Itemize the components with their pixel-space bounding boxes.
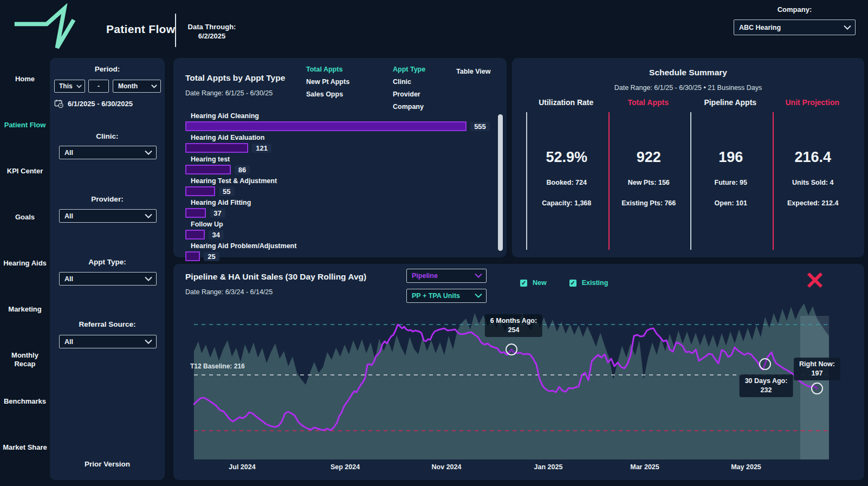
bar xyxy=(185,186,215,196)
bar-track: 121 xyxy=(185,143,490,153)
bar-label: Hearing test xyxy=(191,155,490,163)
bar-row-hearing-test-adjustment[interactable]: Hearing Test & Adjustment55 xyxy=(185,177,490,196)
summary-card-title: Pipeline Appts xyxy=(690,98,770,107)
company-filter: Company: ABC Hearing xyxy=(734,5,856,35)
pipeline-chart-panel: Pipeline & HA Unit Sales (30 Day Rolling… xyxy=(173,264,864,480)
mvp-logo xyxy=(9,3,90,53)
bar-value: 34 xyxy=(209,230,224,239)
schedule-summary-subtitle: Date Range: 6/1/25 - 6/30/25 • 21 Busine… xyxy=(512,84,864,92)
x-tick-may-2025: May 2025 xyxy=(722,463,770,471)
period-this-select[interactable]: This xyxy=(54,80,85,93)
chevron-down-icon xyxy=(76,85,82,88)
provider-select[interactable]: All xyxy=(59,209,157,223)
sidebar-item-home[interactable]: Home xyxy=(0,75,50,83)
summary-card-subline: New Pts: 156 xyxy=(628,179,670,186)
summary-card-value: 922 xyxy=(637,149,661,166)
period-month-select[interactable]: Month xyxy=(113,80,161,93)
dimension-option-clinic[interactable]: Clinic xyxy=(393,78,425,86)
dimension-option-company[interactable]: Company xyxy=(393,103,425,111)
bar-value: 37 xyxy=(210,209,225,218)
provider-select-value: All xyxy=(64,212,73,220)
metric-option-total-appts[interactable]: Total Appts xyxy=(306,66,349,73)
sidebar-item-benchmarks[interactable]: Benchmarks xyxy=(0,397,50,406)
annotation-value: 197 xyxy=(799,369,835,378)
bar-label: Hearing Aid Problem/Adjustment xyxy=(191,242,490,250)
heartbeat-icon xyxy=(15,9,74,48)
chevron-down-icon xyxy=(145,276,152,281)
summary-card-subline: Expected: 212.4 xyxy=(787,199,839,207)
sidebar-item-goals[interactable]: Goals xyxy=(0,213,50,222)
referral-source-select-value: All xyxy=(64,338,73,346)
bar-value: 25 xyxy=(204,252,219,261)
summary-card-total-appts: Total Appts922New Pts: 156Existing Pts: … xyxy=(608,98,689,250)
annotation-label: 30 Days Ago: xyxy=(745,377,788,386)
filter-date-range-value: 6/1/2025 - 6/30/2025 xyxy=(68,100,133,108)
dimension-option-provider[interactable]: Provider xyxy=(393,90,425,98)
prior-version-button[interactable]: Prior Version xyxy=(50,460,165,468)
scrollbar[interactable] xyxy=(498,114,503,251)
table-view-button[interactable]: Table View xyxy=(456,68,490,75)
summary-card-value: 216.4 xyxy=(794,149,831,166)
annotation-right-now: Right Now:197 xyxy=(794,358,840,380)
period-dash-box[interactable]: - xyxy=(88,80,109,93)
bar xyxy=(185,121,467,131)
annotation-value: 254 xyxy=(490,326,537,335)
summary-card-pipeline-appts: Pipeline Appts196Future: 95Open: 101 xyxy=(690,98,770,250)
sidebar-item-monthly-recap[interactable]: Monthly Recap xyxy=(0,351,50,368)
schedule-summary-panel: Schedule Summary Date Range: 6/1/25 - 6/… xyxy=(512,58,864,257)
sidebar-item-patient-flow[interactable]: Patient Flow xyxy=(0,121,50,129)
bar-row-follow-up[interactable]: Follow Up34 xyxy=(185,221,490,239)
summary-card-subline: Open: 101 xyxy=(715,199,747,207)
period-month-value: Month xyxy=(118,82,138,90)
bar-label: Follow Up xyxy=(191,221,490,228)
summary-card-subline: Future: 95 xyxy=(715,179,747,186)
data-through-label: Data Through: xyxy=(182,22,242,31)
bar xyxy=(185,165,231,174)
bar-row-hearing-aid-evaluation[interactable]: Hearing Aid Evaluation121 xyxy=(185,134,490,153)
summary-card-subline: Existing Pts: 766 xyxy=(621,199,676,207)
dimension-options: Appt TypeClinicProviderCompany xyxy=(393,66,425,111)
summary-card-body: 922New Pts: 156Existing Pts: 766 xyxy=(608,112,689,250)
bar-track: 37 xyxy=(185,208,490,218)
referral-source-label: Referral Source: xyxy=(50,320,165,328)
chevron-down-icon xyxy=(844,25,851,30)
summary-card-title: Utilization Rate xyxy=(526,98,606,107)
x-tick-mar-2025: Mar 2025 xyxy=(620,463,669,471)
filter-date-range: 6/1/2025 - 6/30/2025 xyxy=(54,99,133,108)
x-tick-nov-2024: Nov 2024 xyxy=(422,463,471,471)
bar-label: Hearing Aid Fitting xyxy=(191,199,490,206)
summary-card-body: 52.9%Booked: 724Capacity: 1,368 xyxy=(526,112,606,250)
sidebar-item-kpi-center[interactable]: KPI Center xyxy=(0,167,50,176)
bar-row-hearing-aid-cleaning[interactable]: Hearing Aid Cleaning555 xyxy=(185,112,490,131)
metric-option-new-pt-appts[interactable]: New Pt Appts xyxy=(306,78,349,86)
bar-value: 121 xyxy=(252,144,271,153)
period-this-value: This xyxy=(59,82,73,90)
annotation-value: 232 xyxy=(745,386,788,395)
summary-card-unit-projection: Unit Projection216.4Units Sold: 4Expecte… xyxy=(773,98,853,250)
company-select[interactable]: ABC Hearing xyxy=(734,20,856,35)
header-divider xyxy=(175,14,176,47)
bar-row-hearing-aid-fitting[interactable]: Hearing Aid Fitting37 xyxy=(185,199,490,218)
calendar-clock-icon[interactable] xyxy=(54,99,64,108)
sidebar: HomePatient FlowKPI CenterGoalsHearing A… xyxy=(0,54,50,486)
marker-right-now xyxy=(812,383,822,394)
metric-option-sales-opps[interactable]: Sales Opps xyxy=(306,90,349,98)
dimension-option-appt-type[interactable]: Appt Type xyxy=(393,66,425,73)
bar-row-hearing-test[interactable]: Hearing test86 xyxy=(185,155,490,174)
referral-source-select[interactable]: All xyxy=(59,335,157,348)
appt-type-select-value: All xyxy=(64,275,73,283)
sidebar-item-hearing-aids[interactable]: Hearing Aids xyxy=(0,259,50,268)
sidebar-item-market-share[interactable]: Market Share xyxy=(0,443,50,452)
annotation-label: 6 Months Ago: xyxy=(490,316,537,326)
page-title: Patient Flow xyxy=(106,23,175,36)
sidebar-item-marketing[interactable]: Marketing xyxy=(0,305,50,314)
clinic-select[interactable]: All xyxy=(59,146,157,159)
bar-row-hearing-aid-problem-adjustment[interactable]: Hearing Aid Problem/Adjustment25 xyxy=(185,242,490,261)
annotation-30-days-ago: 30 Days Ago:232 xyxy=(740,374,793,397)
summary-card-body: 216.4Units Sold: 4Expected: 212.4 xyxy=(773,112,853,250)
chevron-down-icon xyxy=(151,85,157,88)
bar-track: 555 xyxy=(185,121,490,131)
summary-card-subline: Booked: 724 xyxy=(547,179,587,186)
bar xyxy=(185,251,200,261)
appt-type-select[interactable]: All xyxy=(59,272,157,286)
